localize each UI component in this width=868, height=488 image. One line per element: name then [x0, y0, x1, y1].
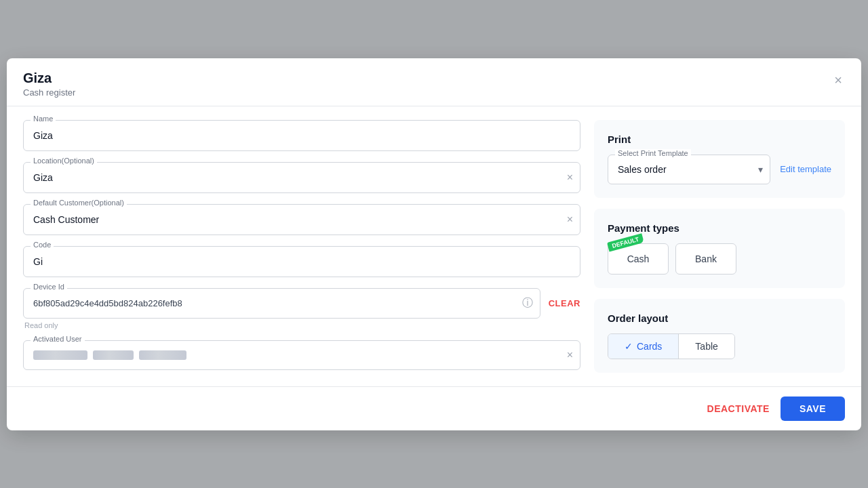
layout-btn-table-label: Table: [695, 341, 717, 352]
print-template-row: Select Print Template Sales order ▾ Edit…: [608, 155, 831, 184]
name-label: Name: [31, 115, 56, 123]
default-badge: DEFAULT: [607, 233, 644, 251]
payment-types-section: Payment types DEFAULT Cash Bank: [594, 209, 845, 288]
device-id-row: Device Id ⓘ CLEAR: [23, 288, 580, 319]
layout-btn-cards-label: Cards: [637, 341, 662, 352]
close-button[interactable]: ×: [831, 70, 845, 89]
device-id-info-icon[interactable]: ⓘ: [522, 296, 533, 310]
print-section-title: Print: [608, 134, 831, 145]
modal-title: Giza: [23, 70, 75, 86]
activated-user-blur-3: [139, 350, 186, 360]
name-input[interactable]: [24, 121, 580, 150]
save-button[interactable]: SAVE: [781, 396, 845, 421]
activated-user-clear-button[interactable]: ×: [567, 350, 573, 361]
left-panel: Name Location(Optional) × Default Custom…: [23, 120, 580, 373]
order-layout-buttons: ✓ Cards Table: [608, 333, 735, 359]
read-only-label: Read only: [24, 321, 580, 329]
layout-btn-table[interactable]: Table: [679, 334, 734, 359]
device-id-input[interactable]: [24, 289, 540, 318]
modal-header: Giza Cash register ×: [7, 58, 861, 106]
activated-user-field-group: Activated User ×: [23, 340, 580, 370]
device-id-label: Device Id: [31, 283, 67, 291]
payment-card-cash-label: Cash: [627, 253, 650, 264]
modal-overlay: Giza Cash register × Name Location(Optio…: [0, 0, 868, 488]
activated-user-label: Activated User: [31, 335, 85, 343]
modal-subtitle: Cash register: [23, 87, 75, 98]
edit-template-button[interactable]: Edit template: [780, 164, 831, 174]
default-customer-clear-button[interactable]: ×: [567, 214, 573, 225]
payment-types-list: DEFAULT Cash Bank: [608, 243, 831, 274]
default-customer-input[interactable]: [24, 205, 580, 235]
location-input[interactable]: [24, 163, 580, 192]
print-template-select[interactable]: Sales order: [608, 155, 770, 184]
payment-card-bank-label: Bank: [695, 253, 717, 264]
modal-footer: DEACTIVATE SAVE: [7, 386, 861, 430]
location-label: Location(Optional): [31, 157, 97, 165]
device-id-clear-button[interactable]: CLEAR: [549, 298, 580, 308]
right-panel: Print Select Print Template Sales order …: [594, 120, 845, 373]
location-field-group: Location(Optional) ×: [23, 162, 580, 193]
modal-body: Name Location(Optional) × Default Custom…: [7, 106, 861, 386]
location-clear-button[interactable]: ×: [567, 172, 573, 183]
payment-card-cash[interactable]: DEFAULT Cash: [608, 243, 669, 274]
print-section: Print Select Print Template Sales order …: [594, 120, 845, 198]
select-print-template-label: Select Print Template: [615, 149, 691, 157]
layout-btn-cards[interactable]: ✓ Cards: [608, 334, 679, 359]
print-template-select-wrapper: Select Print Template Sales order ▾: [608, 155, 770, 184]
device-id-field-group: Device Id ⓘ: [23, 288, 540, 319]
code-input[interactable]: [24, 247, 580, 277]
activated-user-blur-2: [93, 350, 134, 360]
code-field-group: Code: [23, 246, 580, 277]
code-label: Code: [31, 241, 54, 249]
payment-card-bank[interactable]: Bank: [675, 243, 736, 274]
default-customer-label: Default Customer(Optional): [31, 199, 127, 207]
default-customer-field-group: Default Customer(Optional) ×: [23, 204, 580, 235]
order-layout-section: Order layout ✓ Cards Table: [594, 299, 845, 373]
modal-title-block: Giza Cash register: [23, 70, 75, 98]
payment-types-title: Payment types: [608, 222, 831, 234]
cash-register-modal: Giza Cash register × Name Location(Optio…: [7, 58, 861, 430]
device-id-section: Device Id ⓘ CLEAR Read only: [23, 288, 580, 329]
check-icon: ✓: [625, 341, 633, 352]
order-layout-title: Order layout: [608, 312, 831, 324]
name-field-group: Name: [23, 120, 580, 151]
activated-user-blur-1: [33, 350, 87, 360]
deactivate-button[interactable]: DEACTIVATE: [707, 403, 770, 414]
